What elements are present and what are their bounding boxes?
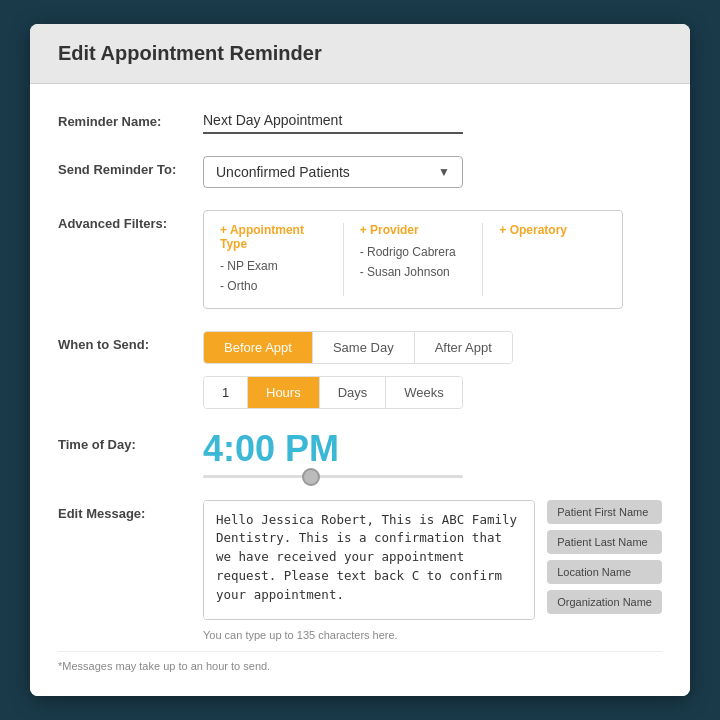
card-header: Edit Appointment Reminder (30, 24, 690, 84)
appointment-type-link[interactable]: + Appointment Type (220, 223, 327, 251)
filter-appointment-type: + Appointment Type - NP Exam - Ortho (204, 223, 344, 295)
reminder-name-row: Reminder Name: (58, 108, 662, 134)
edit-reminder-card: Edit Appointment Reminder Reminder Name:… (30, 24, 690, 695)
hours-button[interactable]: Hours (248, 377, 319, 408)
send-to-control: Unconfirmed Patients ▼ (203, 156, 662, 188)
patient-first-name-tag[interactable]: Patient First Name (547, 500, 662, 524)
patient-last-name-tag[interactable]: Patient Last Name (547, 530, 662, 554)
reminder-name-input[interactable] (203, 108, 463, 134)
footer-note: *Messages may take up to an hour to send… (58, 651, 662, 672)
chevron-down-icon: ▼ (438, 165, 450, 179)
reminder-name-label: Reminder Name: (58, 108, 203, 129)
message-area-wrapper: Hello Jessica Robert, This is ABC Family… (203, 500, 535, 641)
time-of-day-label: Time of Day: (58, 431, 203, 452)
appointment-type-item-1: - NP Exam (220, 257, 327, 276)
location-name-tag[interactable]: Location Name (547, 560, 662, 584)
char-hint: You can type up to 135 characters here. (203, 629, 535, 641)
edit-message-row: Edit Message: Hello Jessica Robert, This… (58, 500, 662, 641)
provider-link[interactable]: + Provider (360, 223, 467, 237)
organization-name-tag[interactable]: Organization Name (547, 590, 662, 614)
tag-buttons-group: Patient First Name Patient Last Name Loc… (547, 500, 662, 614)
filters-box: + Appointment Type - NP Exam - Ortho + P… (203, 210, 623, 308)
time-of-day-row: Time of Day: 4:00 PM (58, 431, 662, 478)
advanced-filters-row: Advanced Filters: + Appointment Type - N… (58, 210, 662, 308)
slider-thumb[interactable] (302, 468, 320, 486)
send-to-value: Unconfirmed Patients (216, 164, 350, 180)
after-appt-button[interactable]: After Appt (414, 332, 512, 363)
weeks-button[interactable]: Weeks (385, 377, 462, 408)
before-appt-button[interactable]: Before Appt (204, 332, 312, 363)
time-of-day-control: 4:00 PM (203, 431, 662, 478)
same-day-button[interactable]: Same Day (312, 332, 414, 363)
provider-item-2: - Susan Johnson (360, 263, 467, 282)
time-display: 4:00 PM (203, 431, 662, 467)
card-body: Reminder Name: Send Reminder To: Unconfi… (30, 84, 690, 695)
when-to-send-control: Before Appt Same Day After Appt Hours Da… (203, 331, 662, 409)
filter-operatory: + Operatory (483, 223, 622, 295)
time-slider-container (203, 475, 463, 478)
days-button[interactable]: Days (319, 377, 386, 408)
advanced-filters-control: + Appointment Type - NP Exam - Ortho + P… (203, 210, 662, 308)
duration-group: Hours Days Weeks (203, 376, 463, 409)
when-to-send-label: When to Send: (58, 331, 203, 352)
send-to-row: Send Reminder To: Unconfirmed Patients ▼ (58, 156, 662, 188)
message-textarea[interactable]: Hello Jessica Robert, This is ABC Family… (203, 500, 535, 620)
provider-item-1: - Rodrigo Cabrera (360, 243, 467, 262)
filter-provider: + Provider - Rodrigo Cabrera - Susan Joh… (344, 223, 484, 295)
timing-toggle-group: Before Appt Same Day After Appt (203, 331, 513, 364)
operatory-link[interactable]: + Operatory (499, 223, 606, 237)
advanced-filters-label: Advanced Filters: (58, 210, 203, 231)
when-to-send-row: When to Send: Before Appt Same Day After… (58, 331, 662, 409)
slider-track (203, 475, 463, 478)
page-title: Edit Appointment Reminder (58, 42, 662, 65)
edit-message-label: Edit Message: (58, 500, 203, 521)
send-to-label: Send Reminder To: (58, 156, 203, 177)
send-to-dropdown[interactable]: Unconfirmed Patients ▼ (203, 156, 463, 188)
appointment-type-item-2: - Ortho (220, 277, 327, 296)
reminder-name-control (203, 108, 662, 134)
duration-input[interactable] (204, 377, 248, 408)
